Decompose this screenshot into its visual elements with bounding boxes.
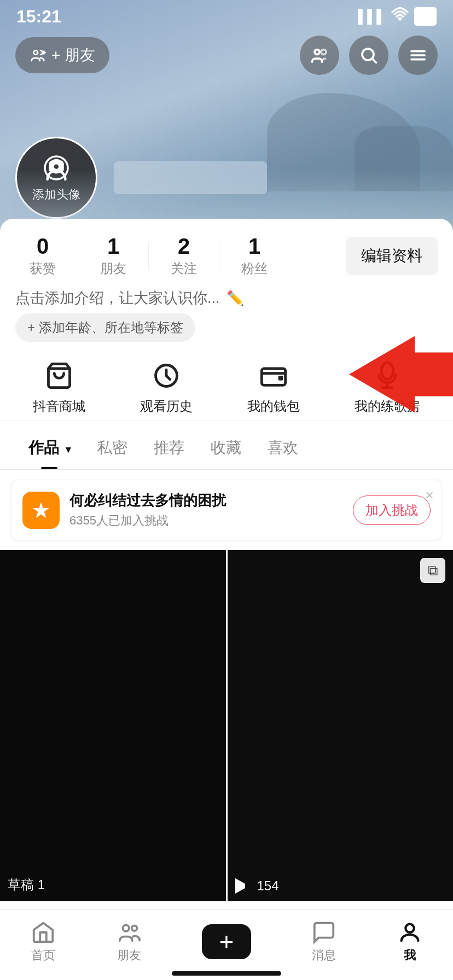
menu-button[interactable] <box>398 36 438 75</box>
svg-point-20 <box>381 363 393 379</box>
tab-works-label: 作品 <box>28 439 59 456</box>
search-button[interactable] <box>349 36 388 75</box>
bio-text[interactable]: 点击添加介绍，让大家认识你... ✏️ <box>15 288 438 308</box>
followers-count: 1 <box>248 234 260 259</box>
video-1[interactable]: 154 <box>228 550 454 901</box>
add-tags-button[interactable]: + 添加年龄、所在地等标签 <box>15 313 195 342</box>
challenge-content: 何必纠结过去多情的困扰 6355人已加入挑战 <box>69 491 343 529</box>
cart-icon <box>43 359 76 392</box>
stats-divider-3 <box>219 242 219 270</box>
main-card: 0 获赞 1 朋友 2 关注 1 粉丝 编辑资料 点击添加介绍，让大家认识 <box>0 219 453 980</box>
nav-friends[interactable]: 朋友 <box>115 920 143 964</box>
tab-recommended-label: 推荐 <box>154 439 184 456</box>
video-play-row: 154 <box>235 878 279 894</box>
home-bar-wrap <box>0 966 453 976</box>
tab-favorites-label: 收藏 <box>211 439 241 456</box>
stats-row: 0 获赞 1 朋友 2 关注 1 粉丝 编辑资料 <box>0 219 453 283</box>
header-background: 15:21 ▌▌▌ 74 <box>0 0 453 235</box>
tab-private[interactable]: 私密 <box>84 427 141 469</box>
following-count: 2 <box>178 234 190 259</box>
quick-actions: 抖音商城 观看历史 <box>0 345 453 421</box>
wifi-icon <box>391 6 409 27</box>
svg-point-5 <box>321 50 326 55</box>
tab-bar: 作品 ▾ 私密 推荐 收藏 喜欢 <box>0 427 453 470</box>
tab-liked[interactable]: 喜欢 <box>254 427 311 469</box>
tab-recommended[interactable]: 推荐 <box>141 427 198 469</box>
stat-following[interactable]: 2 关注 <box>156 234 211 277</box>
challenge-close-button[interactable]: × <box>425 487 434 504</box>
stats-divider-1 <box>78 242 78 270</box>
challenge-title: 何必纠结过去多情的困扰 <box>69 491 343 510</box>
signal-icon: ▌▌▌ <box>358 9 386 24</box>
username-placeholder <box>114 161 267 194</box>
stat-likes: 0 获赞 <box>15 234 70 277</box>
action-history[interactable]: 观看历史 <box>140 359 193 415</box>
video-play-count: 154 <box>257 878 279 894</box>
friends-count: 1 <box>107 234 119 259</box>
status-bar: 15:21 ▌▌▌ 74 <box>0 0 453 33</box>
add-friend-label: + 朋友 <box>51 45 95 66</box>
challenge-banner: 何必纠结过去多情的困扰 6355人已加入挑战 加入挑战 × <box>11 480 442 540</box>
top-nav-right <box>300 36 438 75</box>
tab-dropdown-icon: ▾ <box>66 444 71 455</box>
nav-home[interactable]: 首页 <box>30 920 57 964</box>
stats-divider-2 <box>148 242 149 270</box>
bio-edit-icon[interactable]: ✏️ <box>226 290 244 307</box>
add-button[interactable]: + <box>202 924 251 959</box>
svg-point-25 <box>132 926 137 931</box>
tab-works[interactable]: 作品 ▾ <box>15 427 84 469</box>
clock-icon <box>150 359 183 392</box>
bio-placeholder: 点击添加介绍，让大家认识你... <box>15 288 220 308</box>
home-bar <box>172 971 281 976</box>
friends-label: 朋友 <box>100 260 126 277</box>
action-wallet-label: 我的钱包 <box>247 398 300 415</box>
stat-followers[interactable]: 1 粉丝 <box>227 234 282 277</box>
multi-video-icon <box>420 558 445 583</box>
nav-add[interactable]: + <box>202 924 251 959</box>
edit-profile-button[interactable]: 编辑资料 <box>346 237 438 275</box>
svg-point-0 <box>399 18 401 20</box>
followers-label: 粉丝 <box>241 260 268 277</box>
likes-label: 获赞 <box>30 260 56 277</box>
status-time: 15:21 <box>16 7 61 27</box>
action-karaoke[interactable]: 我的练歌房 <box>355 359 420 415</box>
action-wallet[interactable]: 我的钱包 <box>247 359 300 415</box>
likes-count: 0 <box>37 234 49 259</box>
challenge-icon <box>22 492 60 529</box>
svg-point-1 <box>34 50 38 55</box>
profile-header: 添加头像 <box>15 137 267 219</box>
status-icons: ▌▌▌ 74 <box>358 6 437 27</box>
action-history-label: 观看历史 <box>140 398 193 415</box>
action-shop-label: 抖音商城 <box>33 398 85 415</box>
video-grid: 草稿 1 154 <box>0 550 453 901</box>
nav-profile-label: 我 <box>404 947 416 964</box>
microphone-icon <box>371 359 404 392</box>
add-friend-button[interactable]: + 朋友 <box>15 37 109 73</box>
action-shop[interactable]: 抖音商城 <box>33 359 85 415</box>
video-draft[interactable]: 草稿 1 <box>0 550 226 901</box>
play-icon <box>235 878 251 894</box>
challenge-subtitle: 6355人已加入挑战 <box>69 512 343 529</box>
following-label: 关注 <box>171 260 197 277</box>
tab-liked-label: 喜欢 <box>268 439 298 456</box>
svg-point-24 <box>123 925 130 932</box>
quick-actions-wrap: 抖音商城 观看历史 <box>0 345 453 421</box>
avatar-label: 添加头像 <box>32 186 80 203</box>
nav-messages[interactable]: 消息 <box>310 920 338 964</box>
video-draft-label: 草稿 1 <box>8 876 45 894</box>
wallet-icon <box>257 359 290 392</box>
contacts-button[interactable] <box>300 36 339 75</box>
svg-point-26 <box>406 924 414 932</box>
tab-favorites[interactable]: 收藏 <box>198 427 254 469</box>
action-karaoke-label: 我的练歌房 <box>355 398 420 415</box>
avatar[interactable]: 添加头像 <box>15 137 97 219</box>
battery-icon: 74 <box>414 7 437 26</box>
nav-friends-label: 朋友 <box>117 947 141 964</box>
svg-rect-19 <box>278 376 283 381</box>
top-nav: + 朋友 <box>0 36 453 75</box>
svg-point-4 <box>315 50 320 55</box>
svg-point-15 <box>53 164 60 170</box>
challenge-join-button[interactable]: 加入挑战 <box>353 495 431 525</box>
stat-friends[interactable]: 1 朋友 <box>86 234 141 277</box>
nav-profile[interactable]: 我 <box>396 920 423 964</box>
